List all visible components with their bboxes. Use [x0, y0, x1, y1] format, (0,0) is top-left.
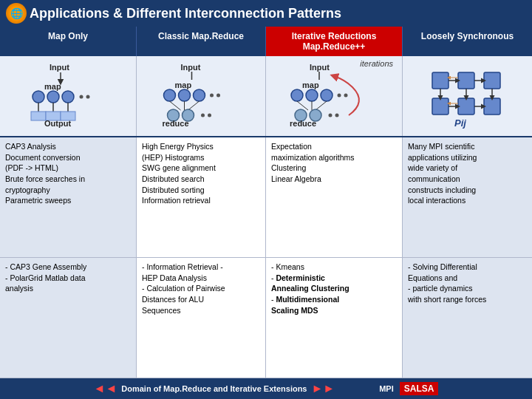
content-cell-2-3: - Kmeans- DeterministicAnnealing Cluster…	[266, 258, 403, 378]
svg-point-34	[291, 89, 303, 101]
svg-line-25	[188, 101, 200, 110]
content-rows: CAP3 AnalysisDocument conversion(PDF -> …	[0, 137, 532, 378]
cell-text: Many MPI scientificapplications utilizin…	[408, 142, 477, 205]
cell-text: CAP3 AnalysisDocument conversion(PDF -> …	[5, 142, 85, 205]
svg-point-36	[321, 89, 332, 101]
svg-text:Input: Input	[310, 63, 330, 72]
salsa-badge: SALSA	[400, 382, 439, 395]
map-only-diagram: Input map Output	[4, 61, 132, 132]
svg-point-22	[216, 93, 220, 97]
domain-label-section: ◄◄ Domain of Map.Reduce and Iterative Ex…	[94, 382, 335, 395]
svg-text:map: map	[175, 81, 192, 89]
svg-text:reduce: reduce	[163, 119, 189, 128]
svg-point-21	[210, 93, 214, 97]
content-cell-1-4: Many MPI scientificapplications utilizin…	[403, 137, 532, 257]
svg-point-20	[194, 89, 205, 101]
svg-rect-50	[432, 98, 449, 115]
loosely-sync-diagram: Pij	[407, 61, 528, 132]
svg-rect-52	[484, 98, 500, 115]
svg-text:map: map	[44, 82, 61, 91]
svg-point-18	[164, 89, 176, 101]
cell-text: - Information Retrieval -HEP Data Analys…	[142, 262, 225, 315]
page-title: Applications & Different Interconnection…	[30, 6, 341, 21]
svg-point-6	[80, 95, 83, 98]
svg-point-37	[338, 93, 341, 97]
svg-rect-48	[458, 72, 474, 89]
svg-point-19	[179, 89, 191, 101]
diagram-row: Input map Output	[0, 56, 532, 137]
col-header-2: Classic Map.Reduce	[137, 27, 266, 56]
cell-text: - Kmeans- DeterministicAnnealing Cluster…	[271, 262, 349, 315]
svg-text:map: map	[302, 81, 319, 89]
svg-text:Input: Input	[50, 63, 69, 72]
svg-point-4	[47, 91, 59, 103]
svg-text:Input: Input	[181, 63, 201, 72]
svg-point-7	[86, 95, 90, 98]
svg-point-38	[344, 93, 348, 97]
content-cell-2-1: - CAP3 Gene Assembly- PolarGrid Matlab d…	[0, 258, 137, 378]
iterative-reductions-diagram: Input map reduce	[270, 61, 398, 132]
col-header-1: Map Only	[0, 27, 137, 56]
cell-text: - CAP3 Gene Assembly- PolarGrid Matlab d…	[5, 262, 86, 293]
svg-text:Pij: Pij	[454, 117, 466, 129]
svg-text:Output: Output	[44, 119, 71, 128]
content-row-2: - CAP3 Gene Assembly- PolarGrid Matlab d…	[0, 258, 532, 378]
content-cell-1-2: High Energy Physics(HEP) HistogramsSWG g…	[137, 137, 266, 257]
mpi-label: MPI	[379, 384, 394, 393]
content-cell-1-1: CAP3 AnalysisDocument conversion(PDF -> …	[0, 137, 137, 257]
diagram-cell-3: iterations Input map reduce	[266, 56, 403, 136]
svg-point-28	[201, 113, 205, 117]
iterations-label: iterations	[360, 59, 393, 68]
svg-rect-11	[31, 112, 46, 120]
arrow-right-icon: ►►	[312, 382, 335, 395]
diagram-cell-4: Pij	[403, 56, 532, 136]
classic-mapreduce-diagram: Input map reduce	[141, 61, 261, 132]
bottom-bar: ◄◄ Domain of Map.Reduce and Iterative Ex…	[0, 378, 532, 399]
svg-point-5	[62, 91, 74, 103]
svg-line-23	[170, 101, 181, 110]
content-row-1: CAP3 AnalysisDocument conversion(PDF -> …	[0, 137, 532, 258]
page-wrapper: 🌐 Applications & Different Interconnecti…	[0, 0, 532, 399]
arrow-left-icon: ◄◄	[94, 382, 117, 395]
col-header-4: Loosely Synchronous	[403, 27, 532, 56]
title-bar: 🌐 Applications & Different Interconnecti…	[0, 0, 532, 27]
cell-text: - Solving DifferentialEquations and- par…	[408, 262, 486, 304]
mpi-section: MPI SALSA	[379, 382, 438, 395]
svg-text:reduce: reduce	[290, 119, 316, 128]
cell-text: High Energy Physics(HEP) HistogramsSWG g…	[142, 142, 216, 205]
domain-label: Domain of Map.Reduce and Iterative Exten…	[121, 384, 307, 393]
column-headers: Map Only Classic Map.Reduce Iterative Re…	[0, 27, 532, 56]
svg-point-3	[33, 91, 44, 103]
svg-line-41	[316, 101, 327, 110]
svg-point-44	[329, 113, 332, 117]
svg-point-29	[208, 113, 211, 117]
svg-line-39	[297, 101, 308, 110]
content-cell-2-2: - Information Retrieval -HEP Data Analys…	[137, 258, 266, 378]
svg-rect-49	[484, 72, 500, 89]
diagram-cell-1: Input map Output	[0, 56, 137, 136]
diagram-cell-2: Input map reduce	[137, 56, 266, 136]
svg-rect-47	[432, 72, 449, 89]
svg-point-45	[335, 113, 339, 117]
content-cell-1-3: Expectationmaximization algorithmsCluste…	[266, 137, 403, 257]
col-header-3: Iterative Reductions Map.Reduce++	[266, 27, 403, 56]
content-cell-2-4: - Solving DifferentialEquations and- par…	[403, 258, 532, 378]
cell-text: Expectationmaximization algorithmsCluste…	[271, 142, 355, 183]
title-icon: 🌐	[6, 3, 27, 24]
svg-rect-51	[458, 98, 474, 115]
svg-point-35	[306, 89, 318, 101]
